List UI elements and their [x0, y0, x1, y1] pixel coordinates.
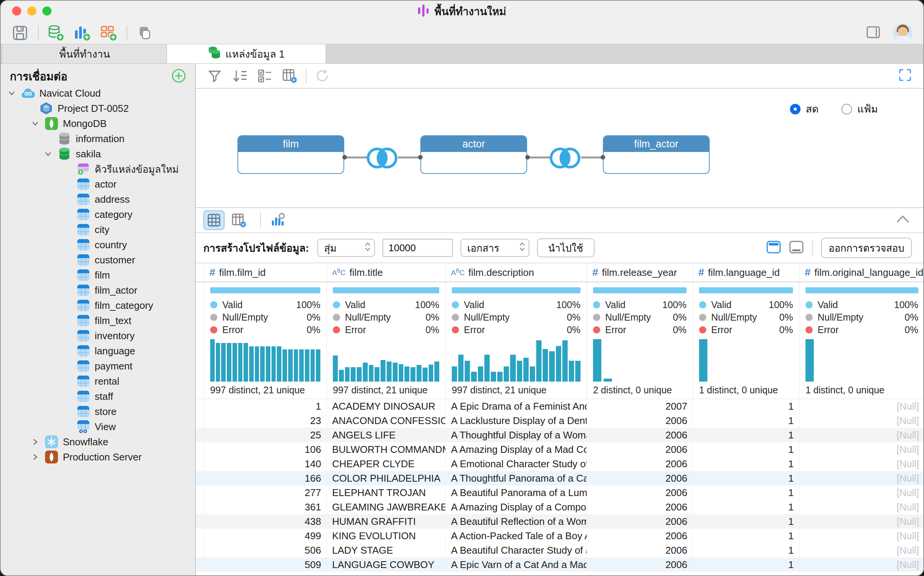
cell[interactable]: 1: [693, 557, 800, 572]
sampling-select[interactable]: สุ่ม: [318, 239, 375, 257]
table-row[interactable]: 499KING EVOLUTIONA Action-Packed Tale of…: [196, 529, 923, 543]
radio-file[interactable]: แฟ้ม: [841, 101, 878, 117]
cell[interactable]: [Null]: [800, 529, 923, 543]
chevron-right-icon[interactable]: [30, 438, 40, 446]
tree-item-view[interactable]: View: [1, 419, 195, 434]
table-row[interactable]: 166COLOR PHILADELPHIAA Thoughtful Panora…: [196, 471, 923, 485]
entity-film[interactable]: film: [238, 135, 344, 174]
cell[interactable]: BULWORTH COMMANDME: [327, 442, 446, 457]
cell[interactable]: A Epic Drama of a Feminist And a: [446, 399, 587, 413]
tree-item-address[interactable]: address: [1, 192, 195, 207]
entity-film_actor[interactable]: film_actor: [603, 135, 710, 174]
cell[interactable]: A Beautiful Panorama of a Lumb: [446, 485, 587, 500]
cell[interactable]: [Null]: [800, 457, 923, 471]
cell[interactable]: CHEAPER CLYDE: [327, 457, 446, 471]
tree-item-film-text[interactable]: film_text: [1, 313, 195, 328]
cell[interactable]: 2006: [587, 471, 693, 485]
tree-item-city[interactable]: city: [1, 222, 195, 237]
toggle-panel-button[interactable]: [867, 26, 880, 40]
cell[interactable]: ANGELS LIFE: [327, 428, 446, 442]
fullscreen-icon[interactable]: [898, 68, 912, 83]
cell[interactable]: 23: [204, 413, 327, 428]
cell[interactable]: 1: [693, 457, 800, 471]
tree-item-mongodb[interactable]: MongoDB: [1, 116, 195, 131]
cell[interactable]: 106: [204, 442, 327, 457]
unit-select[interactable]: เอกสาร: [461, 239, 530, 257]
tab-data-source[interactable]: แหล่งข้อมูล 1: [167, 44, 326, 63]
cell[interactable]: 1: [693, 428, 800, 442]
chevron-down-icon[interactable]: [7, 89, 17, 98]
cell[interactable]: 277: [204, 485, 327, 500]
cell[interactable]: [Null]: [800, 557, 923, 572]
cell[interactable]: 509: [204, 557, 327, 572]
column-header-film.original_language_id[interactable]: #film.original_language_id: [800, 263, 923, 282]
cell[interactable]: 2006: [587, 428, 693, 442]
cell[interactable]: A Amazing Display of a Mad Cow: [446, 442, 587, 457]
cell[interactable]: 1: [693, 543, 800, 557]
tree-item--[interactable]: คิวรีแหล่งข้อมูลใหม่: [1, 162, 195, 177]
tree-item-customer[interactable]: customer: [1, 252, 195, 267]
cell[interactable]: 1: [693, 500, 800, 514]
cell[interactable]: 140: [204, 457, 327, 471]
new-chart-button[interactable]: [72, 24, 93, 42]
cell[interactable]: A Thoughtful Display of a Woman: [446, 428, 587, 442]
user-avatar[interactable]: [893, 23, 913, 43]
table-row[interactable]: 106BULWORTH COMMANDMEA Amazing Display o…: [196, 442, 923, 457]
radio-live-control[interactable]: [790, 104, 801, 114]
chevron-right-icon[interactable]: [30, 453, 40, 461]
cell[interactable]: 506: [204, 543, 327, 557]
cell[interactable]: [Null]: [800, 471, 923, 485]
cell[interactable]: 499: [204, 529, 327, 543]
tree-item-film[interactable]: film: [1, 267, 195, 283]
table-row[interactable]: 509LANGUAGE COWBOYA Epic Varn of a Cat A…: [196, 557, 923, 572]
cell[interactable]: A Lacklusture Display of a Dentist: [446, 413, 587, 428]
cell[interactable]: 2006: [587, 500, 693, 514]
cell[interactable]: A Amazing Display of a Compos: [446, 500, 587, 514]
table-row[interactable]: 23ANACONDA CONFESSIONSA Lacklusture Disp…: [196, 413, 923, 428]
table-row[interactable]: 506LADY STAGEA Beautiful Character Study…: [196, 543, 923, 557]
duplicate-button[interactable]: [134, 24, 155, 42]
column-header-film.language_id[interactable]: #film.language_id: [693, 263, 800, 282]
sort-icon[interactable]: [230, 67, 249, 85]
cell[interactable]: 2006: [587, 413, 693, 428]
cell[interactable]: A Emotional Character Study of a: [446, 457, 587, 471]
cell[interactable]: 2006: [587, 442, 693, 457]
table-row[interactable]: 1ACADEMY DINOSAURA Epic Drama of a Femin…: [196, 399, 923, 413]
tree-item-film-category[interactable]: film_category: [1, 298, 195, 313]
add-connection-button[interactable]: [172, 69, 186, 85]
cell[interactable]: HUMAN GRAFFITI: [327, 514, 446, 529]
filter-icon[interactable]: [205, 67, 225, 85]
table-row[interactable]: 140CHEAPER CLYDEA Emotional Character St…: [196, 457, 923, 471]
layout-bottom-panel-icon[interactable]: [789, 241, 804, 255]
column-header-film.description[interactable]: ABCfilm.description: [446, 263, 587, 282]
cell[interactable]: 2006: [587, 543, 693, 557]
panel-tab-grid-view[interactable]: [203, 210, 225, 230]
cell[interactable]: ACADEMY DINOSAUR: [327, 399, 446, 413]
cell[interactable]: [Null]: [800, 514, 923, 529]
cell[interactable]: [Null]: [800, 413, 923, 428]
cell[interactable]: 2007: [587, 399, 693, 413]
tree-item-rental[interactable]: rental: [1, 374, 195, 389]
tree-item-navicat-cloud[interactable]: Navicat Cloud: [1, 86, 195, 101]
column-header-film.film_id[interactable]: #film.film_id: [204, 263, 327, 282]
cell[interactable]: 2006: [587, 557, 693, 572]
tree-item-country[interactable]: country: [1, 237, 195, 252]
cell[interactable]: A Thoughtful Panorama of a Car: [446, 471, 587, 485]
tree-item-information[interactable]: information: [1, 131, 195, 146]
tree-item-staff[interactable]: staff: [1, 389, 195, 404]
tree-item-film-actor[interactable]: film_actor: [1, 283, 195, 298]
table-settings-icon[interactable]: [280, 67, 300, 85]
cell[interactable]: 2006: [587, 457, 693, 471]
export-audit-button[interactable]: ออกการตรวจสอบ: [821, 238, 912, 258]
tree-item-category[interactable]: category: [1, 207, 195, 222]
cell[interactable]: 438: [204, 514, 327, 529]
sample-limit-input[interactable]: [383, 239, 453, 257]
tree-item-snowflake[interactable]: Snowflake: [1, 434, 195, 450]
entity-actor[interactable]: actor: [420, 135, 527, 174]
tree-item-language[interactable]: language: [1, 343, 195, 358]
tab-workspace[interactable]: พื้นที่ทำงาน: [3, 44, 167, 63]
cell[interactable]: COLOR PHILADELPHIA: [327, 471, 446, 485]
cell[interactable]: LANGUAGE COWBOY: [327, 557, 446, 572]
panel-tab-table-settings[interactable]: [228, 210, 249, 230]
new-data-source-button[interactable]: [45, 24, 66, 42]
